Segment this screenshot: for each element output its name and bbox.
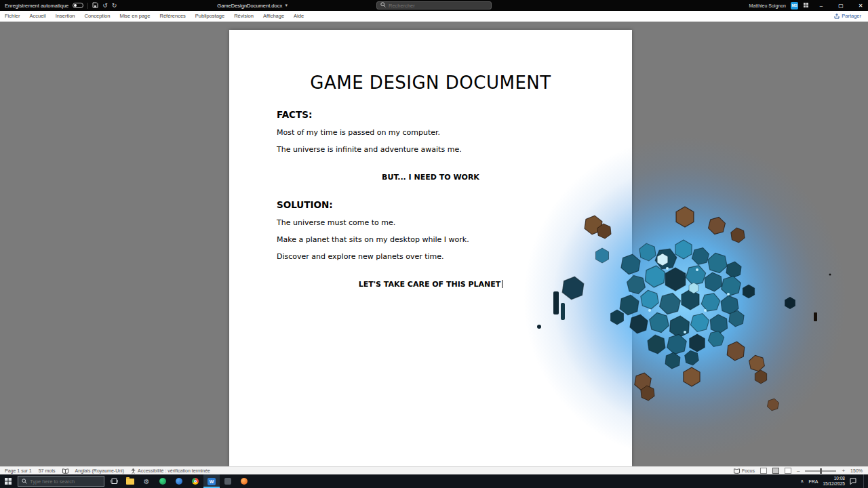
read-mode-icon[interactable] xyxy=(760,468,767,474)
taskbar-search-box[interactable] xyxy=(18,476,104,487)
tab-insertion[interactable]: Insertion xyxy=(51,11,80,22)
tray-time: 10:08 xyxy=(834,476,845,481)
maximize-button[interactable]: ▢ xyxy=(833,0,848,11)
document-title[interactable]: GameDesignDocument.docx ▼ xyxy=(217,3,288,9)
taskbar-search-input[interactable] xyxy=(30,479,98,485)
tab-affichage[interactable]: Affichage xyxy=(258,11,289,22)
status-bar: Page 1 sur 1 57 mots Anglais (Royaume-Un… xyxy=(0,466,868,474)
tab-conception[interactable]: Conception xyxy=(79,11,115,22)
word-icon[interactable]: W xyxy=(203,474,220,488)
undo-icon[interactable]: ↺ xyxy=(102,3,108,9)
start-button[interactable] xyxy=(0,474,16,488)
clock[interactable]: 10:08 15/12/2025 xyxy=(823,476,845,487)
settings-icon[interactable]: ⚙ xyxy=(138,474,155,488)
tab-fichier[interactable]: Fichier xyxy=(0,11,25,22)
doc-main-title[interactable]: GAME DESIGN DOCUMENT xyxy=(277,73,585,93)
accessibility-icon xyxy=(131,468,136,474)
focus-button[interactable]: Focus xyxy=(734,468,755,474)
autosave-toggle[interactable] xyxy=(73,3,83,8)
chevron-down-icon: ▼ xyxy=(284,3,288,7)
zoom-slider-thumb[interactable] xyxy=(820,468,822,474)
web-layout-icon[interactable] xyxy=(785,468,791,474)
action-center-icon[interactable] xyxy=(850,478,856,485)
title-bar: Enregistrement automatique ↺ ↻ GameDesig… xyxy=(0,0,868,11)
accessibility-status[interactable]: Accessibilité : vérification terminée xyxy=(131,468,210,474)
zoom-out-button[interactable]: – xyxy=(797,468,800,474)
file-explorer-icon[interactable] xyxy=(122,474,138,488)
page-indicator[interactable]: Page 1 sur 1 xyxy=(5,468,32,473)
app-icon-green[interactable] xyxy=(155,474,171,488)
task-view-button[interactable] xyxy=(106,474,122,488)
focus-icon xyxy=(734,468,740,474)
save-icon[interactable] xyxy=(92,2,98,9)
word-window: Enregistrement automatique ↺ ↻ GameDesig… xyxy=(0,0,868,488)
app-icon-blue[interactable] xyxy=(171,474,187,488)
tab-aide[interactable]: Aide xyxy=(289,11,309,22)
app-icon-orange[interactable] xyxy=(236,474,252,488)
avatar[interactable]: MS xyxy=(791,2,798,9)
show-desktop-button[interactable] xyxy=(863,474,865,488)
zoom-level[interactable]: 150% xyxy=(850,468,863,473)
input-language[interactable]: FRA xyxy=(808,479,818,484)
language-indicator[interactable]: Anglais (Royaume-Uni) xyxy=(75,468,124,473)
search-icon xyxy=(22,479,27,484)
divider xyxy=(87,3,88,9)
close-button[interactable]: ✕ xyxy=(853,0,868,11)
planet-widget[interactable] xyxy=(522,136,848,461)
tray-date: 15/12/2025 xyxy=(823,481,845,487)
user-name[interactable]: Matthieu Soignon xyxy=(749,3,786,8)
windows-logo-icon xyxy=(5,478,12,485)
browser-icon[interactable] xyxy=(187,474,203,488)
word-count[interactable]: 57 mots xyxy=(39,468,56,473)
text-cursor xyxy=(502,280,502,288)
app-icon-dark[interactable] xyxy=(220,474,236,488)
task-view-icon xyxy=(111,478,118,485)
tab-references[interactable]: Références xyxy=(155,11,190,22)
zoom-in-button[interactable]: + xyxy=(842,468,845,474)
share-icon xyxy=(834,14,840,19)
facts-heading[interactable]: FACTS: xyxy=(277,109,585,120)
tab-revision[interactable]: Révision xyxy=(229,11,258,22)
minimize-button[interactable]: – xyxy=(814,0,829,11)
zoom-slider[interactable] xyxy=(805,470,836,472)
tab-accueil[interactable]: Accueil xyxy=(25,11,51,22)
document-canvas: GAME DESIGN DOCUMENT FACTS: Most of my t… xyxy=(0,22,868,466)
search-input[interactable] xyxy=(389,3,484,9)
windows-taskbar: ⚙ W ∧ FRA 10:08 15/12/2025 xyxy=(0,474,868,488)
autosave-label: Enregistrement automatique xyxy=(5,3,68,9)
search-box[interactable] xyxy=(376,1,492,9)
search-icon xyxy=(380,2,386,9)
print-layout-icon[interactable] xyxy=(772,468,779,474)
share-button[interactable]: Partager xyxy=(834,13,868,19)
redo-icon[interactable]: ↻ xyxy=(112,3,117,9)
ribbon-options-icon[interactable] xyxy=(803,2,809,9)
proofing-icon[interactable] xyxy=(62,468,68,474)
tab-publipostage[interactable]: Publipostage xyxy=(191,11,229,22)
tab-mise-en-page[interactable]: Mise en page xyxy=(115,11,155,22)
hidden-icons-chevron[interactable]: ∧ xyxy=(800,479,804,484)
ribbon-tabs: Fichier Accueil Insertion Conception Mis… xyxy=(0,11,868,22)
